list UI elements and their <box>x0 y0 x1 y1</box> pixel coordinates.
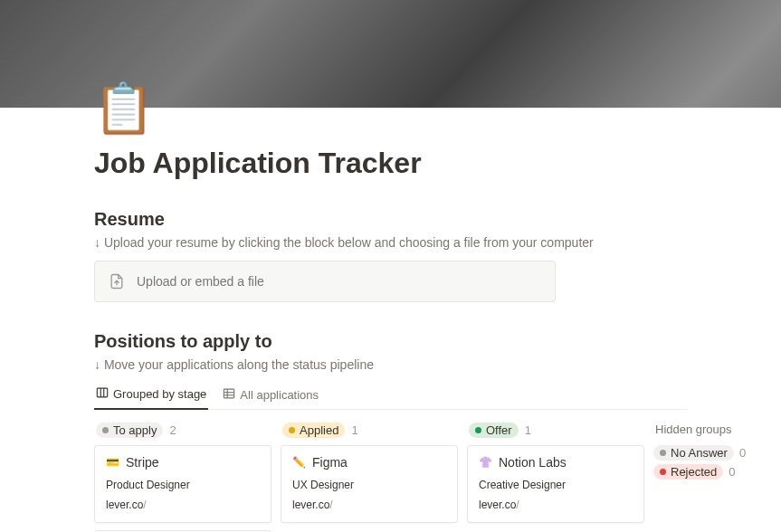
card-role: Creative Designer <box>479 479 633 491</box>
column-count: 2 <box>169 423 176 437</box>
card-company: Stripe <box>126 455 159 470</box>
card-company: Notion Labs <box>499 455 567 470</box>
status-badge: To apply <box>96 423 163 438</box>
status-badge: Applied <box>282 423 345 438</box>
page-title[interactable]: Job Application Tracker <box>94 108 687 180</box>
table-icon <box>223 387 235 403</box>
status-label: No Answer <box>671 446 728 460</box>
column-header[interactable]: Applied 1 <box>281 423 458 445</box>
card-notion-labs[interactable]: 👚 Notion Labs Creative Designer lever.co… <box>467 445 644 523</box>
status-badge: Offer <box>469 423 519 438</box>
card-stripe[interactable]: 💳 Stripe Product Designer lever.co/ <box>94 445 271 523</box>
board-icon <box>96 386 109 402</box>
upload-file-block[interactable]: Upload or embed a file <box>94 261 556 302</box>
tab-grouped-by-stage[interactable]: Grouped by stage <box>94 383 208 410</box>
card-role: UX Designer <box>292 479 446 491</box>
kanban-board: To apply 2 💳 Stripe Product Designer lev… <box>94 423 687 532</box>
card-role: Product Designer <box>106 479 260 491</box>
column-applied: Applied 1 ✏️ Figma UX Designer lever.co/ <box>281 423 458 532</box>
tab-all-applications[interactable]: All applications <box>221 383 320 409</box>
column-header[interactable]: Offer 1 <box>467 423 644 445</box>
clipboard-icon: 📋 <box>93 83 154 132</box>
status-dot-icon <box>289 427 295 433</box>
database-tabs: Grouped by stage All applications <box>94 383 687 410</box>
column-count: 1 <box>525 423 531 437</box>
hidden-count: 0 <box>739 446 746 460</box>
company-icon: 👚 <box>479 456 491 469</box>
card-figma[interactable]: ✏️ Figma UX Designer lever.co/ <box>281 445 458 523</box>
status-label: Offer <box>486 423 512 437</box>
company-icon: 💳 <box>106 456 119 469</box>
card-link: lever.co/ <box>106 499 260 511</box>
card-link: lever.co/ <box>292 499 446 511</box>
svg-rect-0 <box>97 389 107 398</box>
status-label: Rejected <box>671 465 717 479</box>
status-label: Applied <box>300 423 338 437</box>
status-badge: Rejected <box>653 464 723 480</box>
status-dot-icon <box>102 427 109 433</box>
hidden-groups-title: Hidden groups <box>653 423 762 443</box>
card-company: Figma <box>312 455 348 470</box>
company-icon: ✏️ <box>292 456 305 469</box>
column-to-apply: To apply 2 💳 Stripe Product Designer lev… <box>94 423 271 532</box>
hidden-count: 0 <box>729 465 735 479</box>
hidden-item-rejected[interactable]: Rejected 0 <box>653 462 762 481</box>
page-icon[interactable]: 📋 <box>94 79 152 137</box>
resume-heading[interactable]: Resume <box>94 209 687 230</box>
tab-label: Grouped by stage <box>113 387 206 401</box>
status-dot-icon <box>660 450 666 456</box>
column-offer: Offer 1 👚 Notion Labs Creative Designer … <box>467 423 644 532</box>
status-dot-icon <box>660 469 666 475</box>
status-dot-icon <box>475 427 481 433</box>
status-badge: No Answer <box>653 445 734 461</box>
tab-label: All applications <box>240 388 319 402</box>
column-count: 1 <box>351 423 357 437</box>
card-link: lever.co/ <box>479 499 633 511</box>
positions-heading[interactable]: Positions to apply to <box>94 331 687 352</box>
resume-help-text: ↓ Upload your resume by clicking the blo… <box>94 235 687 250</box>
column-header[interactable]: To apply 2 <box>94 423 271 445</box>
positions-help-text: ↓ Move your applications along the statu… <box>94 357 687 372</box>
hidden-item-no-answer[interactable]: No Answer 0 <box>653 443 762 462</box>
file-upload-icon <box>108 272 126 290</box>
svg-rect-3 <box>224 389 234 398</box>
status-label: To apply <box>113 423 157 437</box>
hidden-groups: Hidden groups No Answer 0 Rejected 0 <box>653 423 762 532</box>
upload-label: Upload or embed a file <box>137 274 264 289</box>
